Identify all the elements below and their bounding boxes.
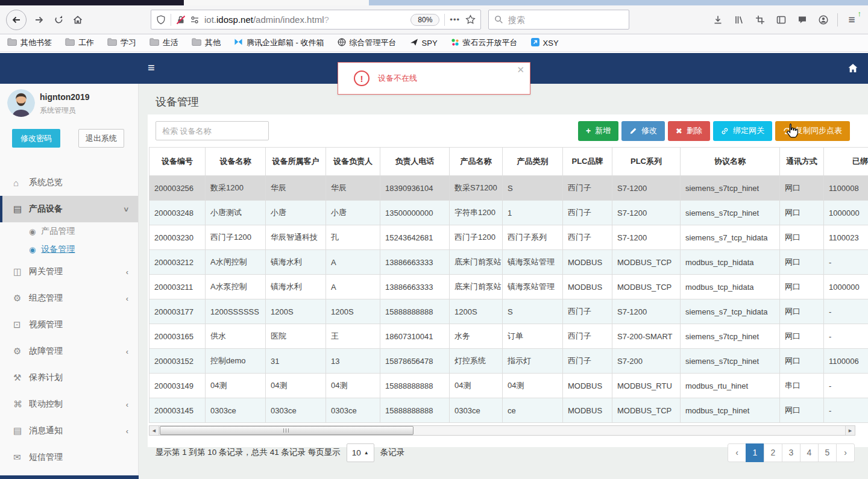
sidebar-item-消息通知[interactable]: ▤消息通知‹ xyxy=(0,418,138,444)
downloads-button[interactable] xyxy=(707,11,728,29)
browser-search-box[interactable] xyxy=(488,10,629,30)
avatar-illustration-icon xyxy=(7,89,35,117)
bookmark-folder[interactable]: 学习 xyxy=(107,37,136,48)
forward-button[interactable] xyxy=(30,11,48,29)
table-row[interactable]: 200003212A水闸控制镇海水利A13886663333底来门前泵站镇海泵站… xyxy=(149,250,868,275)
sidebar-item-组态管理[interactable]: ⚙组态管理‹ xyxy=(0,285,138,312)
column-header[interactable]: 产品名称 xyxy=(450,148,503,176)
table-row[interactable]: 200003256数采1200华辰华辰18390936104数采S71200S西… xyxy=(149,176,868,201)
sidebar-item-保养计划[interactable]: ⚒保养计划 xyxy=(0,365,138,391)
删除-button[interactable]: ✖删除 xyxy=(668,121,710,141)
bookmark-link[interactable]: SPY xyxy=(410,38,438,48)
table-cell: A xyxy=(326,275,380,299)
table-cell: 200003212 xyxy=(149,250,206,275)
page-3[interactable]: 3 xyxy=(782,443,800,462)
sidebar-item-短信管理[interactable]: ✉短信管理 xyxy=(0,444,138,471)
table-cell: 网口 xyxy=(780,299,824,324)
page-next[interactable]: › xyxy=(836,443,855,462)
column-header[interactable]: 产品类别 xyxy=(503,148,563,176)
column-header[interactable]: 设备名称 xyxy=(206,148,266,176)
sidebar-item-故障管理[interactable]: ⚙故障管理‹ xyxy=(0,338,138,365)
window-titlebar xyxy=(369,0,868,5)
account-button[interactable] xyxy=(813,11,834,29)
bookmark-link[interactable]: 腾讯企业邮箱 - 收件箱 xyxy=(234,37,324,48)
device-search-input[interactable] xyxy=(156,121,269,140)
page-4[interactable]: 4 xyxy=(800,443,819,462)
crop-icon xyxy=(755,14,766,25)
column-header[interactable]: 负责人电话 xyxy=(380,148,450,176)
app-home-button[interactable] xyxy=(848,63,858,74)
绑定网关-button[interactable]: 绑定网关 xyxy=(713,121,772,141)
sidebar-subitem-产品管理[interactable]: ◉产品管理 xyxy=(0,222,138,240)
shield-icon[interactable] xyxy=(156,15,166,25)
table-row[interactable]: 200003211A水泵控制镇海水利A13886663333底来门前泵站镇海泵站… xyxy=(149,275,868,299)
insecure-lock-icon[interactable] xyxy=(176,15,186,25)
page-5[interactable]: 5 xyxy=(818,443,837,462)
library-button[interactable] xyxy=(728,11,749,29)
reload-button[interactable] xyxy=(49,11,68,29)
screenshot-button[interactable] xyxy=(749,11,770,29)
column-header[interactable]: 已绑定网关 xyxy=(824,148,868,176)
scroll-left-arrow[interactable]: ◀ xyxy=(149,426,159,435)
change-password-button[interactable]: 修改密码 xyxy=(12,129,60,148)
bookmark-folder[interactable]: 其他书签 xyxy=(7,37,52,48)
sidebar-item-系统总览[interactable]: ⌂系统总览 xyxy=(0,169,138,196)
column-header[interactable]: 设备所属客户 xyxy=(266,148,326,176)
page-2[interactable]: 2 xyxy=(764,443,782,462)
column-header[interactable]: 设备负责人 xyxy=(326,148,380,176)
home-button[interactable] xyxy=(69,11,87,29)
device-table-panel: +新增修改✖删除绑定网关复制同步点表 设备编号设备名称设备所属客户设备负责人负责… xyxy=(148,114,868,447)
column-header[interactable]: 通讯方式 xyxy=(780,148,824,176)
scroll-right-arrow[interactable]: ▶ xyxy=(845,426,855,435)
table-row[interactable]: 200003152控制demo311315878656478灯控系统指示灯西门子… xyxy=(149,349,868,374)
bookmark-folder[interactable]: 其他 xyxy=(192,37,221,48)
bookmark-link[interactable]: 萤石云开放平台 xyxy=(451,37,518,48)
column-header[interactable]: 协议名称 xyxy=(681,148,780,176)
sidebar-item-label: 联动控制 xyxy=(29,399,63,410)
bookmark-link[interactable]: 综合管理平台 xyxy=(338,37,397,48)
logout-button[interactable]: 退出系统 xyxy=(78,129,124,148)
bookmark-star-icon[interactable] xyxy=(465,14,476,25)
table-row[interactable]: 200003165供水医院王18607310041水务订单西门子S7-200-S… xyxy=(149,324,868,349)
table-row[interactable]: 20000314904测04测04测1588888888804测04测MODBU… xyxy=(149,374,868,398)
table-cell: MODBUS_TCP xyxy=(612,275,681,299)
sidebar-collapse-icon[interactable]: ≡ xyxy=(148,61,155,75)
sidebar-item-网关管理[interactable]: ◫网关管理‹ xyxy=(0,258,138,285)
scrollbar-thumb[interactable] xyxy=(160,426,414,435)
sidebar-subitem-设备管理[interactable]: ◉设备管理 xyxy=(0,240,138,258)
bookmark-link[interactable]: XSY xyxy=(531,38,559,48)
新增-button[interactable]: +新增 xyxy=(578,121,618,141)
page-prev[interactable]: ‹ xyxy=(728,443,746,462)
table-row[interactable]: 200003248小唐测试小唐小唐13500000000字符串12001西门子S… xyxy=(149,201,868,225)
table-row[interactable]: 2000031450303ce0303ce0303ce1588888888803… xyxy=(149,398,868,423)
zoom-level-badge[interactable]: 80% xyxy=(410,14,439,26)
修改-button[interactable]: 修改 xyxy=(621,121,665,141)
bookmark-folder[interactable]: 工作 xyxy=(65,37,94,48)
bookmark-label: 工作 xyxy=(78,37,94,48)
url-bar[interactable]: iot.idosp.net/admin/index.html? 80% ••• xyxy=(151,10,481,30)
browser-search-input[interactable] xyxy=(508,15,605,25)
page-size-select[interactable]: 10▲ xyxy=(347,443,374,462)
table-cell: 西门子 xyxy=(563,299,612,324)
bookmark-folder[interactable]: 生活 xyxy=(149,37,178,48)
table-row[interactable]: 2000031771200SSSSSS1200S1200S15888888888… xyxy=(149,299,868,324)
active-tab-fragment[interactable] xyxy=(0,0,184,5)
table-cell: 西门子系列 xyxy=(503,225,563,250)
menu-button[interactable]: ≡↑ xyxy=(841,11,862,29)
column-header[interactable]: PLC系列 xyxy=(612,148,681,176)
table-row[interactable]: 200003230西门子1200华辰智通科技孔15243642681西门子120… xyxy=(149,225,868,250)
sidebar-item-产品设备[interactable]: ▤产品设备˅ xyxy=(0,196,138,222)
page-1[interactable]: 1 xyxy=(746,443,764,462)
back-button[interactable] xyxy=(6,10,27,30)
horizontal-scrollbar[interactable]: ◀ ▶ xyxy=(149,425,855,436)
messages-button[interactable] xyxy=(791,11,813,29)
page-actions-button[interactable]: ••• xyxy=(450,15,460,24)
alert-close-icon[interactable]: ✕ xyxy=(517,64,524,75)
column-header[interactable]: 设备编号 xyxy=(149,148,206,176)
sidebar-toggle-button[interactable] xyxy=(770,11,791,29)
mouse-cursor-icon xyxy=(785,123,799,139)
column-header[interactable]: PLC品牌 xyxy=(563,148,612,176)
sidebar-item-视频管理[interactable]: ⊡视频管理 xyxy=(0,312,138,338)
permissions-icon[interactable] xyxy=(190,15,200,25)
sidebar-item-联动控制[interactable]: ⌘联动控制‹ xyxy=(0,391,138,418)
